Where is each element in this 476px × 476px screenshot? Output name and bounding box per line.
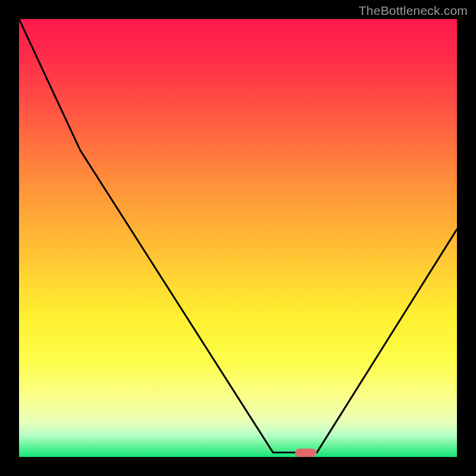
chart-frame: TheBottleneck.com [0,0,476,476]
plot-area [19,19,457,457]
curve-path [19,19,457,453]
bottleneck-curve [19,19,457,457]
optimal-marker [295,449,317,457]
watermark-text: TheBottleneck.com [359,4,468,18]
